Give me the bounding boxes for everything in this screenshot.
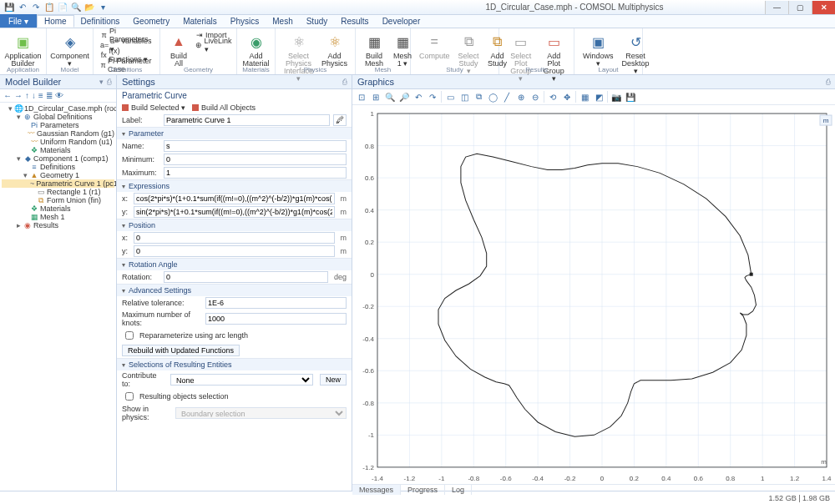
close-button[interactable]: ✕: [812, 1, 835, 14]
zoom-extents-icon[interactable]: ⊞: [370, 91, 382, 103]
param-name-input[interactable]: [164, 140, 347, 152]
tree-down-icon[interactable]: ↓: [32, 91, 36, 100]
build-selected-button[interactable]: Build Selected ▾: [122, 103, 185, 112]
tab-materials[interactable]: Materials: [176, 15, 224, 28]
pos-y-input[interactable]: [134, 245, 335, 257]
add-material-button[interactable]: ◉Add Material: [242, 30, 270, 69]
panel-pin-icon[interactable]: ⎙: [107, 78, 111, 86]
contribute-select[interactable]: None: [170, 374, 313, 386]
minimize-button[interactable]: —: [765, 1, 788, 14]
collapse-icon[interactable]: ≡: [38, 91, 43, 100]
tree-node[interactable]: ▾▲Geometry 1: [2, 171, 114, 179]
open-icon[interactable]: 📂: [84, 2, 95, 13]
tree-node[interactable]: ❖Materials: [2, 146, 114, 154]
graphics-canvas[interactable]: -1.4-1.2-1-0.8-0.6-0.4-0.200.20.40.60.81…: [352, 105, 835, 484]
label-input[interactable]: [164, 114, 330, 126]
pos-x-input[interactable]: [134, 232, 335, 244]
select-physics-button[interactable]: ⚛Select Physics Interface ▾: [281, 30, 316, 84]
help-icon[interactable]: ▾: [97, 2, 109, 13]
label-edit-icon[interactable]: 🖉: [333, 114, 347, 126]
parameter-section[interactable]: Parameter: [117, 128, 352, 139]
knots-input[interactable]: [205, 313, 347, 325]
eye-icon[interactable]: 👁: [55, 91, 63, 100]
tab-physics[interactable]: Physics: [224, 15, 266, 28]
new-button[interactable]: New: [320, 374, 347, 386]
build-all-objects-button[interactable]: Build All Objects: [192, 103, 256, 112]
expr-y-input[interactable]: [134, 206, 335, 218]
nav-up-icon[interactable]: ←: [3, 91, 12, 100]
view-3d1-icon[interactable]: ▦: [579, 91, 590, 103]
tree-node[interactable]: ▭Rectangle 1 (r1): [2, 188, 114, 196]
move-icon[interactable]: ✥: [561, 91, 573, 103]
select-rem-icon[interactable]: ⊖: [529, 91, 541, 103]
rebuild-button[interactable]: Rebuild with Updated Functions: [122, 345, 240, 356]
expr-x-input[interactable]: [134, 193, 335, 204]
build-all-button[interactable]: ▲Build All: [165, 30, 192, 69]
tree-node[interactable]: ▦Mesh 1: [2, 213, 114, 221]
select-line-icon[interactable]: ╱: [501, 91, 513, 103]
select-box-icon[interactable]: ▭: [444, 91, 456, 103]
log-tab[interactable]: Log: [445, 485, 472, 495]
reparam-checkbox[interactable]: [125, 331, 134, 340]
model-tree[interactable]: ▾🌐1D_Circular_Case.mph (root)▾⊕Global De…: [0, 103, 116, 491]
nav-back-icon[interactable]: ↶: [412, 91, 424, 103]
tolerance-input[interactable]: [205, 297, 347, 309]
tree-node[interactable]: ❖Materials: [2, 204, 114, 213]
screenshot-icon[interactable]: 📷: [610, 91, 622, 103]
param-min-input[interactable]: [164, 154, 347, 165]
selections-section[interactable]: Selections of Resulting Entities: [117, 359, 352, 370]
redo-icon[interactable]: ↷: [30, 2, 42, 13]
tab-home[interactable]: Home: [37, 15, 74, 28]
param-max-input[interactable]: [164, 167, 347, 179]
show-physics-select[interactable]: Boundary selection: [175, 407, 347, 419]
rotation-section[interactable]: Rotation Angle: [117, 259, 352, 270]
view-3d2-icon[interactable]: ◩: [593, 91, 605, 103]
find-icon[interactable]: 🔍: [70, 2, 82, 13]
messages-tab[interactable]: Messages: [352, 485, 401, 495]
screenshot-save-icon[interactable]: 💾: [625, 91, 636, 103]
add-physics-button[interactable]: ⚛Add Physics: [318, 30, 351, 84]
panel-menu-icon[interactable]: ▾: [99, 78, 104, 86]
tree-node[interactable]: ~Parametric Curve 1 (pc1): [2, 179, 114, 188]
tree-node[interactable]: ⧉Form Union (fin): [2, 196, 114, 204]
undo-icon[interactable]: ↶: [17, 2, 28, 13]
tree-node[interactable]: 〰Uniform Random (u1): [2, 138, 114, 146]
tab-results[interactable]: Results: [334, 15, 375, 28]
tree-node[interactable]: ≡Definitions: [2, 163, 114, 171]
file-menu[interactable]: File ▾: [0, 14, 37, 28]
tab-geometry[interactable]: Geometry: [126, 15, 176, 28]
tab-mesh[interactable]: Mesh: [266, 15, 299, 28]
save-icon[interactable]: 💾: [3, 2, 15, 13]
select-plot-button[interactable]: ▭Select Plot Group ▾: [504, 30, 537, 84]
tree-node[interactable]: ▾🌐1D_Circular_Case.mph (root): [2, 104, 114, 113]
advanced-section[interactable]: Advanced Settings: [117, 285, 352, 296]
position-section[interactable]: Position: [117, 219, 352, 231]
maximize-button[interactable]: ▢: [788, 1, 812, 14]
rotation-input[interactable]: [164, 271, 328, 283]
component-button[interactable]: ◈Component ▾: [52, 30, 88, 69]
paste-icon[interactable]: 📄: [57, 2, 68, 13]
tree-node[interactable]: ▾⊕Global Definitions: [2, 113, 114, 121]
rotate-icon[interactable]: ⟲: [547, 91, 559, 103]
zoom-in-icon[interactable]: 🔍: [384, 91, 396, 103]
tree-node[interactable]: ▾◆Component 1 (comp1): [2, 154, 114, 163]
nav-down-icon[interactable]: →: [14, 91, 23, 100]
tree-node[interactable]: PiParameters: [2, 121, 114, 129]
copy-icon[interactable]: 📋: [43, 2, 55, 13]
zoom-out-icon[interactable]: 🔎: [398, 91, 410, 103]
select-add-icon[interactable]: ⊕: [515, 91, 527, 103]
expand-icon[interactable]: ≣: [46, 91, 53, 100]
build-mesh-button[interactable]: ▦Build Mesh: [361, 30, 387, 69]
tab-developer[interactable]: Developer: [376, 15, 428, 28]
tab-definitions[interactable]: Definitions: [74, 15, 127, 28]
livelink-button[interactable]: ⊕LiveLink ▾: [194, 40, 235, 50]
select-rect-icon[interactable]: ◫: [458, 91, 470, 103]
zoom-window-icon[interactable]: ⊡: [356, 91, 367, 103]
progress-tab[interactable]: Progress: [401, 485, 445, 495]
select-rect2-icon[interactable]: ⧉: [473, 91, 484, 103]
nav-fwd-icon[interactable]: ↷: [427, 91, 438, 103]
panel-pin-icon[interactable]: ⎙: [826, 78, 830, 86]
tree-node[interactable]: 〰Gaussian Random (g1): [2, 129, 114, 138]
add-plot-button[interactable]: ▭Add Plot Group ▾: [539, 30, 569, 84]
select-circle-icon[interactable]: ◯: [487, 91, 498, 103]
